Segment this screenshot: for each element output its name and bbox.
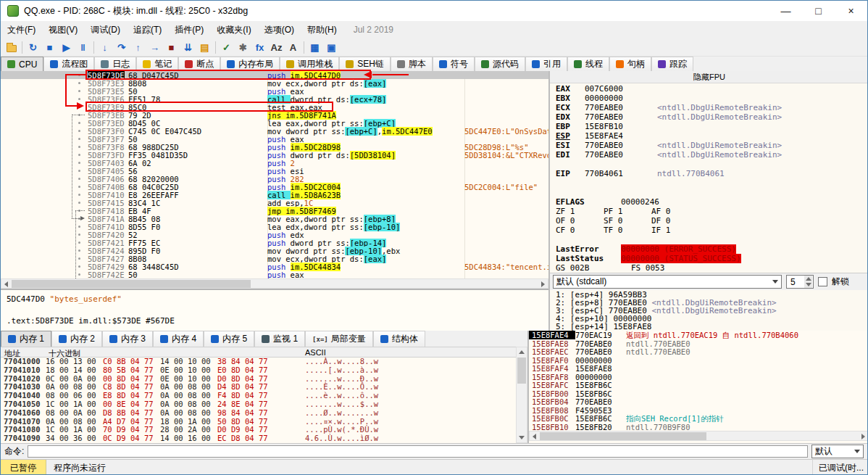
breakpoint-gutter[interactable] [1,79,86,87]
stack-row[interactable]: 15E8FB04770EABE0 [529,397,868,406]
breakpoint-gutter[interactable] [1,239,86,247]
register-row[interactable]: EAX007C6000 [550,84,868,94]
open-file-icon[interactable] [3,39,20,55]
breakpoint-gutter[interactable] [1,175,86,183]
breakpoint-gutter[interactable] [1,183,86,191]
memory-map-icon[interactable]: ▦ [306,39,323,55]
disasm-row[interactable]: 5D8F73E38B08mov ecx,dword ptr ds:[eax] [1,79,548,87]
breakpoint-gutter[interactable] [1,103,86,111]
restart-icon[interactable]: ↻ [25,39,41,55]
scrollbar-thumb[interactable] [540,432,706,440]
scrollbar-thumb[interactable] [517,358,526,384]
stack-row[interactable]: 15E8FAF000000000 [529,356,868,365]
tab-trace[interactable]: 跟踪 [651,57,693,71]
breakpoint-gutter[interactable] [1,231,86,239]
breakpoint-dot[interactable] [78,122,80,124]
register-row[interactable]: ZF 1PF 1AF 0 [550,207,868,216]
font-icon[interactable]: A [285,39,301,55]
scroll-up-arrow-icon[interactable] [517,347,526,357]
tab-callstack[interactable]: 调用堆栈 [280,57,339,71]
scrollbar-thumb[interactable] [12,280,251,288]
breakpoint-gutter[interactable] [1,247,86,255]
breakpoint-dot[interactable] [78,202,80,204]
tab-log[interactable]: 日志 [94,57,136,71]
step-into-icon[interactable]: ↓ [96,39,113,55]
tab-seh[interactable]: SEH链 [339,57,391,71]
breakpoint-dot[interactable] [78,241,80,244]
scroll-down-arrow-icon[interactable] [517,433,526,442]
breakpoint-gutter[interactable] [1,167,86,175]
breakpoint-dot[interactable] [78,162,80,164]
tab-dump4[interactable]: 内存 4 [153,331,204,347]
breakpoint-gutter[interactable] [1,135,86,143]
run-icon[interactable]: ▶ [58,39,75,55]
register-row[interactable]: ESI770EABE0<ntdll.DbgUiRemoteBreakin> [550,141,868,150]
breakpoint-gutter[interactable] [1,199,86,207]
disasm-row[interactable]: 5D8F741D8D55 F0lea edx,dword ptr ss:[ebp… [1,223,548,231]
hide-fpu-button[interactable]: 隐藏FPU [550,71,868,83]
stack-row[interactable]: 15E8FAE4770EAC19返回到 ntdll.770EAC19 自 ntd… [529,331,868,339]
menu-item-options[interactable]: 选项(O) [258,21,301,38]
tab-handles[interactable]: 句柄 [609,57,651,71]
run-to-cursor-icon[interactable]: → [146,39,163,55]
breakpoint-gutter[interactable] [1,191,86,199]
patch-icon[interactable]: ✓ [218,39,235,55]
disasm-row[interactable]: 5D8F7421FF75 ECpush dword ptr ss:[ebp-14… [1,239,548,247]
command-profile-select[interactable]: 默认 [811,445,864,458]
register-row[interactable]: EDI770EABE0<ntdll.DbgUiRemoteBreakin> [550,150,868,160]
menu-item-help[interactable]: 帮助(H) [301,21,343,38]
menu-item-debug[interactable]: 调试(D) [84,21,127,38]
disasm-row[interactable]: 5D8F73F868 988DC25Dpush im.5DC28D985DC28… [1,143,548,151]
register-row[interactable]: EBX00000000 [550,94,868,103]
disasm-row[interactable]: 5D8F73E550push eax [1,87,548,95]
stack-row[interactable]: 15E8FAEC770EABE0ntdll.770EABE0 [529,347,868,356]
disasm-row[interactable]: 5D8F73F750push eax [1,135,548,143]
functions-icon[interactable]: fx [251,39,268,55]
argument-count-spinner[interactable]: 5 [786,275,814,289]
stop-icon[interactable]: ■ [41,39,58,55]
menu-item-file[interactable]: 文件(F) [1,21,42,38]
step-over-icon[interactable]: ↷ [113,39,130,55]
breakpoint-dot[interactable] [78,178,80,180]
scroll-right-arrow-icon[interactable] [859,431,868,441]
scroll-left-arrow-icon[interactable] [530,431,539,441]
spinner-arrows[interactable] [804,276,812,288]
breakpoint-dot[interactable] [78,98,80,100]
window-icon[interactable]: ▣ [323,39,340,55]
breakpoint-dot[interactable] [78,90,80,92]
breakpoint-dot[interactable] [78,257,80,260]
breakpoint-dot[interactable] [78,154,80,156]
register-row[interactable]: ESP15E8FAE4 [550,131,868,141]
stack-row[interactable]: 15E8FB0015E8FB6C [529,389,868,398]
tab-struct[interactable]: 结构体 [373,331,425,347]
tab-breakpoints[interactable]: 断点 [178,57,220,71]
breakpoint-dot[interactable] [78,226,80,228]
tab-locals[interactable]: [x=]局部变量 [305,331,373,347]
stack-hscrollbar[interactable] [529,431,868,441]
tab-dump1[interactable]: 内存 1 [1,331,51,347]
breakpoint-gutter[interactable] [1,207,86,215]
tab-memmap[interactable]: 内存布局 [220,57,280,71]
breakpoint-gutter[interactable] [1,223,86,231]
breakpoint-dot[interactable] [78,234,80,236]
tab-references[interactable]: 引用 [525,57,567,71]
breakpoint-gutter[interactable] [1,159,86,167]
disasm-row[interactable]: 5D8F740556push esi [1,167,548,175]
register-row[interactable]: EIP770B4061ntdll.770B4061 [550,169,868,178]
stack-row[interactable]: 15E8FAE8770EABE0ntdll.770EABE0 [529,339,868,348]
stack-row[interactable]: 15E8FAFC15E8FB6C [529,381,868,389]
tab-threads[interactable]: 线程 [567,57,609,71]
menu-item-favourites[interactable]: 收藏夹(I) [210,21,257,38]
register-row[interactable]: OF 0SF 0DF 0 [550,216,868,226]
breakpoint-gutter[interactable] [1,270,86,278]
breakpoint-gutter[interactable] [1,255,86,263]
disasm-row[interactable]: 5D8F74278B08mov ecx,dword ptr ds:[eax] [1,255,548,263]
register-row[interactable]: CF 0TF 0IF 1 [550,226,868,235]
register-row[interactable]: LastStatus00000000 (STATUS_SUCCESS) [550,254,868,263]
scroll-right-arrow-icon[interactable] [538,279,548,289]
breakpoint-gutter[interactable] [1,263,86,270]
breakpoint-dot[interactable] [78,130,80,132]
breakpoint-icon[interactable]: ■ [163,39,180,55]
disasm-row[interactable]: 5D8F742968 3448C45Dpush im.5DC448345DC44… [1,263,548,270]
breakpoint-dot[interactable] [78,249,80,252]
